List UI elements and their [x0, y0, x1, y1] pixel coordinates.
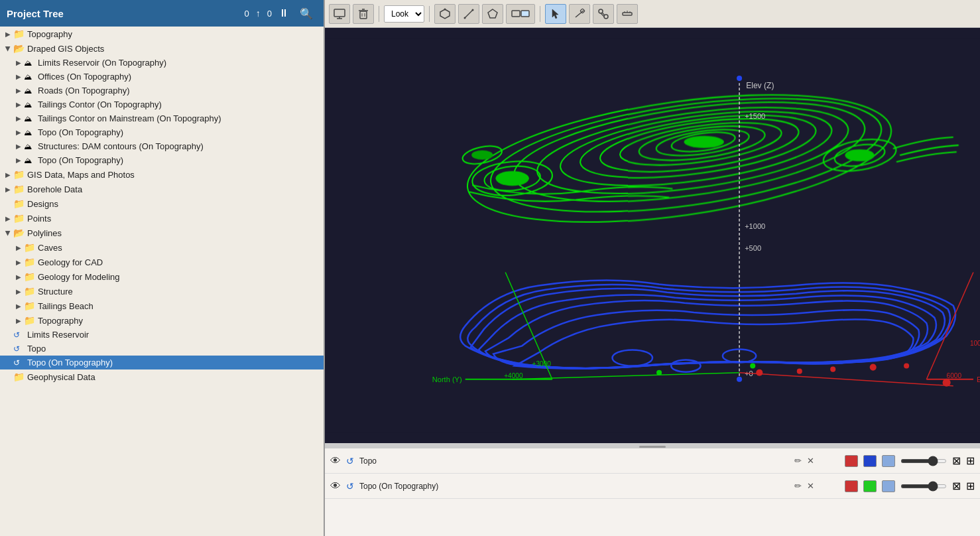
opacity-slider-topo[interactable]	[900, 459, 947, 463]
edit-button-topo-on-topo[interactable]: ✏	[794, 481, 802, 491]
color-swatch-blue-topo[interactable]	[863, 455, 877, 467]
delete-button[interactable]	[353, 4, 374, 24]
tree-item-limits-reservoir-sync[interactable]: ▶ ↺ Limits Reservoir	[0, 328, 324, 342]
tree-item-offices[interactable]: ▶ ⛰ Offices (On Topography)	[0, 70, 324, 84]
draw-polyline-button[interactable]	[482, 4, 503, 24]
folder-icon: 📁	[24, 286, 36, 297]
tree-item-points[interactable]: ▶ 📁 Points	[0, 211, 324, 226]
item-label: Points	[27, 214, 51, 224]
viewport-svg: North (Y) East (X) Elev (Z) +1000 +500 +…	[325, 28, 980, 443]
display-button[interactable]	[329, 4, 350, 24]
compress-button-topo[interactable]: ⊠	[952, 454, 961, 467]
visibility-toggle-topo[interactable]: 👁	[330, 455, 341, 467]
legend-label-topo: Topo	[359, 456, 789, 466]
tree-item-designs[interactable]: ▶ 📁 Designs	[0, 196, 324, 211]
expand-button-topo[interactable]: ⊞	[966, 454, 975, 467]
color-swatch-light-blue-topo[interactable]	[882, 455, 895, 467]
gis-icon: ⛰	[24, 156, 36, 165]
tree-item-polylines[interactable]: ▶ 📂 Polylines	[0, 226, 324, 240]
color-swatch-light-blue-topo-on-topo[interactable]	[882, 480, 895, 492]
item-label: Geology for CAD	[38, 257, 103, 267]
gis-icon: ⛰	[24, 128, 36, 137]
item-label: Topography	[27, 29, 72, 39]
folder-icon: 📁	[13, 213, 25, 224]
expand-button-topo-on-topo[interactable]: ⊞	[966, 480, 975, 492]
expand-icon: ▶	[13, 143, 24, 150]
select-button[interactable]	[545, 4, 566, 24]
tree-item-limits-reservoir[interactable]: ▶ ⛰ Limits Reservoir (On Topography)	[0, 56, 324, 70]
item-label: Topo (On Topography)	[38, 127, 123, 137]
tree-item-tailings-contor-mainstream[interactable]: ▶ ⛰ Tailings Contor on Mainstream (On To…	[0, 111, 324, 125]
tree-item-topo-on-topo-2[interactable]: ▶ ⛰ Topo (On Topography)	[0, 153, 324, 167]
display-options-button[interactable]	[506, 4, 535, 24]
draw-line-button[interactable]	[458, 4, 479, 24]
expand-icon: ▶	[3, 31, 13, 38]
tree-item-geophysical-data[interactable]: ▶ 📁 Geophysical Data	[0, 369, 324, 384]
visibility-toggle-topo-on-topo[interactable]: 👁	[330, 480, 341, 492]
svg-point-52	[737, 377, 742, 382]
draw-polygon-button[interactable]	[434, 4, 456, 24]
folder-icon: 📁	[13, 198, 25, 209]
item-label: Topography	[38, 316, 83, 326]
tree-item-caves[interactable]: ▶ 📁 Caves	[0, 240, 324, 255]
expand-icon: ▶	[13, 273, 24, 281]
look-dropdown[interactable]: Look	[384, 5, 424, 23]
clip-button[interactable]	[593, 4, 614, 24]
svg-marker-13	[488, 9, 497, 18]
color-swatch-red-topo[interactable]	[845, 455, 858, 467]
search-button[interactable]: 🔍	[296, 6, 317, 21]
topo-on-topo-sync-icon: ↺	[346, 481, 354, 492]
legend-row-topo-on-topography: 👁 ↺ Topo (On Topography) ✏ ✕ ⊠ ⊞	[325, 474, 980, 499]
measure-button[interactable]	[617, 4, 638, 24]
tree-item-gis-data[interactable]: ▶ 📁 GIS Data, Maps and Photos	[0, 167, 324, 182]
tree-item-roads[interactable]: ▶ ⛰ Roads (On Topography)	[0, 84, 324, 98]
tree-item-borehole-data[interactable]: ▶ 📁 Borehole Data	[0, 182, 324, 196]
app-container: Project Tree 0 ↑ 0 ⏸ 🔍 ▶ 📁 Topography ▶ …	[0, 0, 980, 536]
up-button[interactable]: ↑	[253, 7, 263, 20]
svg-point-9	[444, 8, 446, 10]
tree-item-topography-sub[interactable]: ▶ 📁 Topography	[0, 313, 324, 328]
tree-item-geology-for-modeling[interactable]: ▶ 📁 Geology for Modeling	[0, 269, 324, 284]
edit-line-button[interactable]	[569, 4, 590, 24]
folder-icon: 📁	[24, 242, 36, 253]
item-label: Topo	[27, 344, 46, 354]
tree-item-tailings-contor[interactable]: ▶ ⛰ Tailings Contor (On Topography)	[0, 98, 324, 111]
toolbar-separator-1	[379, 6, 379, 22]
tree-item-topo-sync[interactable]: ▶ ↺ Topo	[0, 342, 324, 356]
tree-container[interactable]: ▶ 📁 Topography ▶ 📂 Draped GIS Objects ▶ …	[0, 27, 324, 536]
color-swatch-red-topo-on-topo[interactable]	[845, 480, 858, 492]
expand-icon: ▶	[13, 244, 24, 251]
east-6000: 6000	[947, 372, 962, 379]
sync-icon: ↺	[13, 358, 25, 368]
tree-item-topo-on-topography[interactable]: ▶ ↺ Topo (On Topography)	[0, 356, 324, 369]
item-label: Limits Reservoir	[27, 330, 89, 340]
close-button-topo-on-topo[interactable]: ✕	[807, 481, 814, 491]
legend-label-topo-on-topo: Topo (On Topography)	[359, 482, 789, 491]
compress-button-topo-on-topo[interactable]: ⊠	[952, 480, 961, 492]
item-label: Geophysical Data	[27, 372, 95, 382]
svg-point-66	[656, 370, 662, 375]
topo-sync-icon: ↺	[346, 456, 354, 466]
tree-item-geology-for-cad[interactable]: ▶ 📁 Geology for CAD	[0, 255, 324, 269]
sync-icon: ↺	[13, 344, 25, 354]
svg-rect-15	[521, 11, 529, 17]
tree-item-structure[interactable]: ▶ 📁 Structure	[0, 284, 324, 299]
opacity-slider-topo-on-topo[interactable]	[900, 484, 947, 488]
gis-icon: ⛰	[24, 142, 36, 151]
folder-icon: 📁	[24, 257, 36, 267]
toolbar-separator-2	[429, 6, 430, 22]
tree-item-structures-dam[interactable]: ▶ ⛰ Structures: DAM contours (On Topogra…	[0, 139, 324, 153]
tree-item-topography-root[interactable]: ▶ 📁 Topography	[0, 27, 324, 41]
viewport[interactable]: North (Y) East (X) Elev (Z) +1000 +500 +…	[325, 28, 980, 443]
item-label: Draped GIS Objects	[27, 44, 104, 54]
pause-button[interactable]: ⏸	[276, 6, 292, 21]
color-swatch-green-topo-on-topo[interactable]	[863, 480, 877, 492]
close-button-topo[interactable]: ✕	[807, 456, 814, 466]
tree-item-topo-on-topo-1[interactable]: ▶ ⛰ Topo (On Topography)	[0, 125, 324, 139]
edit-button-topo[interactable]: ✏	[794, 456, 802, 466]
expand-icon: ▶	[13, 317, 24, 324]
item-label: Tailings Beach	[38, 301, 93, 311]
tree-item-tailings-beach[interactable]: ▶ 📁 Tailings Beach	[0, 299, 324, 313]
tree-item-draped-gis[interactable]: ▶ 📂 Draped GIS Objects	[0, 41, 324, 56]
svg-rect-14	[512, 11, 520, 17]
